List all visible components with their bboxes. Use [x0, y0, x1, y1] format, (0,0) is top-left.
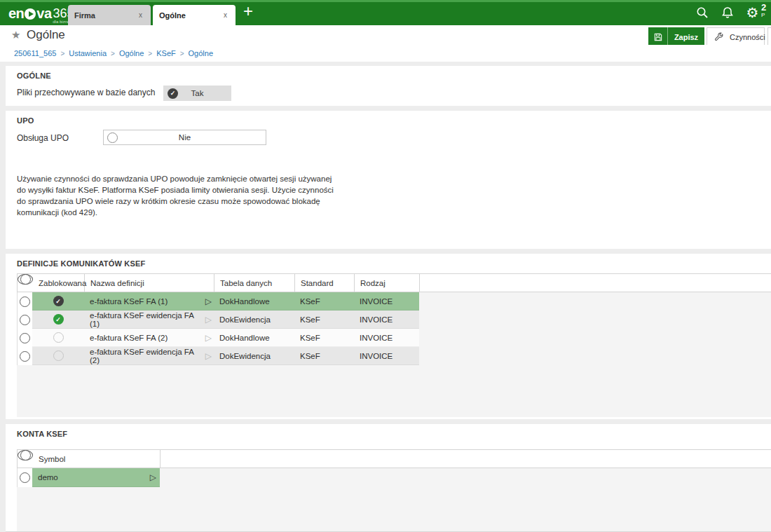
- tab-strip: Firma x Ogólne x: [68, 5, 236, 25]
- section-definitions-title: DEFINICJE KOMUNIKATÓW KSEF: [17, 259, 145, 268]
- user-badge-truncated[interactable]: 2 P: [761, 3, 771, 19]
- column-header-filler: [420, 274, 771, 292]
- tab-ogolne[interactable]: Ogólne x: [153, 5, 236, 25]
- search-icon[interactable]: [694, 4, 710, 20]
- breadcrumb-separator: >: [148, 50, 152, 57]
- column-header-filler: [161, 450, 771, 468]
- row-select-cell[interactable]: [17, 468, 32, 487]
- breadcrumb-item-database[interactable]: 250611_565: [14, 49, 56, 57]
- column-header-table[interactable]: Tabela danych: [214, 274, 295, 292]
- breadcrumb-separator: >: [180, 50, 184, 57]
- radio-icon[interactable]: [20, 315, 30, 325]
- accounts-table-header: Symbol: [17, 449, 771, 468]
- radio-icon[interactable]: [20, 450, 31, 461]
- breadcrumb-item-ksef[interactable]: KSeF: [156, 49, 176, 57]
- accounts-table: Symbol demo: [17, 449, 771, 531]
- unchecked-circle-icon[interactable]: [53, 350, 64, 361]
- upo-support-toggle[interactable]: Nie: [103, 130, 266, 145]
- definitions-table-header: Zablokowana Nazwa definicji Tabela danyc…: [17, 273, 771, 292]
- section-general-title: OGÓLNE: [17, 71, 51, 80]
- table-row[interactable]: e-faktura KSeF FA (2) DokHandlowe KSeF I…: [17, 329, 771, 347]
- save-button[interactable]: Zapisz: [648, 27, 704, 46]
- table-row[interactable]: e-faktura KSeF ewidencja FA (2) DokEwide…: [17, 347, 771, 365]
- breadcrumb: 250611_565 > Ustawienia > Ogólne > KSeF …: [0, 45, 771, 62]
- topbar-highlight-line: [0, 0, 771, 2]
- unchecked-circle-icon: [107, 132, 118, 143]
- breadcrumb-separator: >: [111, 50, 115, 57]
- section-upo-title: UPO: [17, 116, 34, 125]
- definitions-table: Zablokowana Nazwa definicji Tabela danyc…: [17, 273, 771, 417]
- page-title: Ogólne: [27, 28, 65, 42]
- tab-close-icon[interactable]: x: [221, 10, 229, 20]
- table-row[interactable]: demo: [17, 468, 771, 487]
- actions-button[interactable]: Czynności: [707, 27, 765, 46]
- logo-text-en: en: [8, 6, 24, 22]
- row-stripe[interactable]: e-faktura KSeF FA (2) DokHandlowe KSeF I…: [32, 329, 419, 347]
- tab-close-icon[interactable]: x: [137, 10, 144, 20]
- checked-circle-icon: [168, 88, 178, 99]
- radio-icon[interactable]: [20, 296, 30, 307]
- breadcrumb-separator: >: [60, 50, 64, 57]
- column-header-standard[interactable]: Standard: [295, 274, 355, 292]
- unchecked-circle-icon[interactable]: [53, 332, 64, 343]
- upo-support-label: Obsługa UPO: [17, 133, 69, 143]
- row-stripe[interactable]: e-faktura KSeF ewidencja FA (2) DokEwide…: [32, 347, 419, 365]
- wrench-icon: [714, 32, 724, 42]
- breadcrumb-item-ogolne[interactable]: Ogólne: [119, 49, 144, 57]
- logo-text-va: va: [36, 6, 51, 22]
- expand-arrow-icon[interactable]: [205, 334, 212, 342]
- upo-warning-note: Używanie czynności do sprawdzania UPO po…: [17, 173, 335, 218]
- section-upo: UPO Obsługa UPO Nie Używanie czynności d…: [6, 111, 771, 249]
- checked-circle-icon[interactable]: [53, 296, 64, 306]
- row-select-cell[interactable]: [17, 311, 32, 329]
- header-select-all[interactable]: [18, 450, 33, 461]
- topbar-icons: ⚙: [694, 4, 760, 20]
- section-definitions: DEFINICJE KOMUNIKATÓW KSEF Zablokowana N…: [6, 254, 771, 419]
- title-bar: Ogólne Zapisz Czynności: [0, 25, 771, 45]
- partial-toolbar-button[interactable]: [767, 27, 771, 46]
- enova365-logo[interactable]: en va 365 dla biznesu: [8, 6, 74, 22]
- table-row[interactable]: e-faktura KSeF FA (1) DokHandlowe KSeF I…: [17, 292, 771, 311]
- top-bar: en va 365 dla biznesu Firma x Ogólne x +…: [0, 0, 771, 25]
- gear-icon[interactable]: ⚙: [744, 4, 760, 20]
- column-header-name[interactable]: Nazwa definicji: [85, 274, 214, 292]
- column-header-kind[interactable]: Rodzaj: [355, 274, 420, 292]
- bell-icon[interactable]: [719, 4, 735, 20]
- row-select-cell[interactable]: [17, 292, 32, 311]
- files-in-db-toggle[interactable]: Tak: [163, 86, 231, 101]
- breadcrumb-item-ustawienia[interactable]: Ustawienia: [69, 49, 107, 57]
- row-stripe[interactable]: e-faktura KSeF ewidencja FA (1) DokEwide…: [32, 311, 419, 329]
- radio-icon[interactable]: [20, 351, 30, 362]
- play-circle-icon: [25, 8, 36, 20]
- files-in-db-label: Pliki przechowywane w bazie danych: [17, 88, 155, 97]
- section-accounts-title: KONTA KSEF: [17, 430, 67, 438]
- row-stripe-selected[interactable]: e-faktura KSeF FA (1) DokHandlowe KSeF I…: [32, 292, 419, 311]
- radio-icon[interactable]: [20, 333, 30, 343]
- checked-circle-icon[interactable]: [53, 314, 64, 325]
- star-icon[interactable]: [11, 29, 20, 41]
- section-general: OGÓLNE Pliki przechowywane w bazie danyc…: [6, 66, 771, 106]
- row-stripe-selected[interactable]: demo: [32, 468, 160, 487]
- save-floppy-icon: [648, 27, 668, 46]
- radio-icon[interactable]: [20, 274, 31, 285]
- column-header-locked[interactable]: Zablokowana: [33, 274, 85, 292]
- expand-arrow-icon[interactable]: [205, 297, 212, 306]
- table-row[interactable]: e-faktura KSeF ewidencja FA (1) DokEwide…: [17, 311, 771, 329]
- expand-arrow-icon[interactable]: [150, 473, 156, 482]
- expand-arrow-icon[interactable]: [205, 315, 212, 324]
- header-select-all[interactable]: [18, 274, 33, 285]
- column-header-symbol[interactable]: Symbol: [33, 450, 161, 468]
- expand-arrow-icon[interactable]: [205, 352, 212, 360]
- row-select-cell[interactable]: [17, 347, 32, 365]
- row-select-cell[interactable]: [17, 329, 32, 347]
- radio-icon[interactable]: [20, 472, 30, 483]
- new-tab-button[interactable]: +: [243, 1, 253, 22]
- tab-firma[interactable]: Firma x: [68, 5, 151, 25]
- section-accounts: KONTA KSEF Symbol demo: [6, 424, 771, 531]
- breadcrumb-item-current[interactable]: Ogólne: [189, 49, 213, 57]
